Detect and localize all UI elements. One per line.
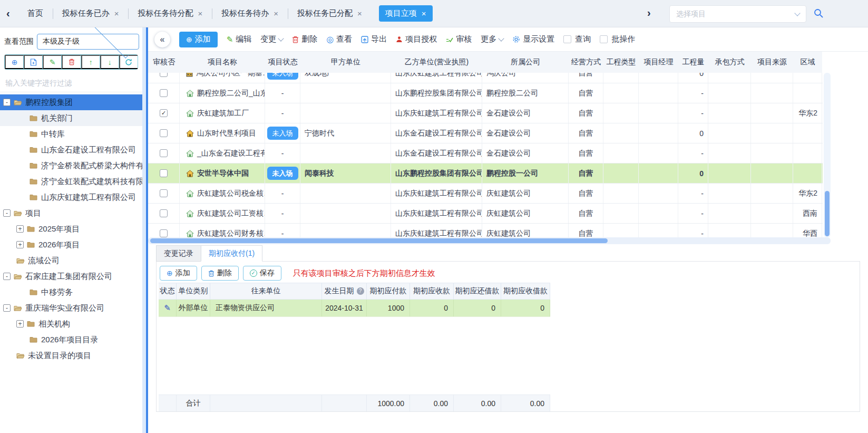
edit-row-pencil-icon[interactable]: ✎ [164,303,171,313]
table-row[interactable]: 安世半导体中国未入场闻泰科技山东鹏程控股集团有限公司鹏程控股一公司自营0 [148,163,823,184]
scope-select[interactable]: 本级及子级 [37,34,139,50]
row-checkbox[interactable] [160,149,168,157]
column-header-13[interactable]: 区域 [793,52,822,73]
column-header-2[interactable]: 项目名称 [180,52,265,73]
add-node-icon[interactable]: ⊕ [5,55,24,69]
project-select[interactable]: 选择项目 [669,5,806,23]
expand-node-icon[interactable]: + [16,241,24,248]
row-checkbox[interactable] [160,89,168,97]
collapse-sidebar-button[interactable]: « [154,32,170,47]
tree-item[interactable]: 中转库 [0,126,142,142]
ob-column-header-5[interactable]: 期初应付款 [367,283,410,299]
row-checkbox[interactable] [160,169,168,177]
audit-button[interactable]: 审核 [446,34,472,44]
table-row[interactable]: 鸿庆公司小区一期基…未入场双成地产山东庆虹建筑工程有限公司鸿庆公司自营0 [148,73,823,83]
edit-node-icon[interactable]: ✎ [43,55,62,69]
tree-item[interactable]: 机关部门 [0,110,142,126]
ob-column-header-3[interactable]: 往来单位 [210,283,322,299]
export-button[interactable]: 导出 [361,34,387,44]
row-checkbox[interactable] [160,189,168,197]
column-header-9[interactable]: 项目经理 [639,52,678,73]
refresh-icon[interactable] [119,55,138,69]
tab-close-icon[interactable]: × [422,9,426,18]
tab-投标任务待分配[interactable]: 投标任务待分配× [128,0,212,27]
add-file-icon[interactable] [24,55,43,69]
tab-投标任务已分配[interactable]: 投标任务已分配× [288,0,372,27]
move-down-icon[interactable]: ↓ [100,55,119,69]
change-button[interactable]: 变更 [260,34,283,44]
tree-item[interactable]: 山东金石建设工程有限公司 [0,142,142,158]
move-up-icon[interactable]: ↑ [81,55,100,69]
table-row[interactable]: 山东时代垦利项目未入场宁德时代山东金石建设工程有限公司金石建设公司自营0 [148,123,823,143]
tree-item[interactable]: -石家庄建工集团有限公司 [0,268,142,284]
tree-item[interactable]: 流域公司 [0,253,142,268]
column-header-8[interactable]: 工程类型 [603,52,639,73]
query-checkbox[interactable] [563,35,571,43]
row-checkbox[interactable] [160,209,168,217]
detail-add-button[interactable]: ⊕添加 [160,266,197,281]
view-button[interactable]: ◎查看 [326,34,352,44]
vertical-scrollbar-thumb[interactable] [825,191,830,236]
row-checkbox[interactable] [160,73,168,77]
table-row[interactable]: ✓庆虹建筑加工厂-山东庆虹建筑工程有限公司金石建设公司自营-华东2 [148,103,823,123]
row-checkbox[interactable] [160,129,168,137]
detail-tab-变更记录[interactable]: 变更记录 [156,245,201,262]
tab-投标任务已办[interactable]: 投标任务已办× [53,0,129,27]
collapse-node-icon[interactable]: - [3,209,11,217]
delete-button[interactable]: 删除 [292,34,317,44]
column-header-10[interactable]: 工程量 [678,52,708,73]
table-row[interactable]: 庆虹建筑公司税金核…-山东庆虹建筑工程有限公司庆虹建筑公司自营-华东2 [148,184,823,204]
delete-node-icon[interactable] [62,55,81,69]
detail-save-button[interactable]: ✓保存 [243,266,281,281]
sidebar-scrollbar[interactable] [142,27,146,433]
vertical-scrollbar[interactable] [824,73,831,237]
edit-button[interactable]: ✎编辑 [227,34,252,44]
tree-item[interactable]: -鹏程控股集团 [0,94,142,110]
table-row[interactable]: 庆虹建筑公司财务核…-山东庆虹建筑工程有限公司庆虹建筑公司自营-华西 [148,224,823,237]
tab-投标任务待办[interactable]: 投标任务待办× [212,0,288,27]
tree-filter-input[interactable]: 输入关键字进行过滤 [0,75,142,92]
detail-delete-button[interactable]: 删除 [201,266,239,281]
tree-item[interactable]: 济宁金虹装配式建筑科技有限公司 [0,174,142,189]
column-header-5[interactable]: 乙方单位(营业执照) [391,52,482,73]
ob-column-header-6[interactable]: 期初应收款 [410,283,454,299]
horizontal-scrollbar[interactable] [148,237,831,244]
tree-item[interactable]: +2026年项目 [0,237,142,253]
opening-balance-row[interactable]: ✎外部单位正泰物资供应公司2024-10-311000000 [159,300,550,317]
tree-item[interactable]: 山东庆虹建筑工程有限公司 [0,189,142,205]
display-settings-button[interactable]: 显示设置 [512,34,554,44]
tree-item[interactable]: -项目 [0,205,142,221]
collapse-node-icon[interactable]: - [3,273,11,280]
tab-项目立项[interactable]: 项目立项× [379,5,433,22]
row-checkbox[interactable] [160,229,168,237]
column-header-6[interactable]: 所属公司 [482,52,569,73]
ob-column-header-8[interactable]: 期初应收借款 [501,283,550,299]
table-row[interactable]: _山东金石建设工程有…-山东金石建设工程有限公司金石建设公司自营- [148,143,823,163]
horizontal-scrollbar-thumb[interactable] [150,238,608,243]
expand-node-icon[interactable]: + [16,320,24,328]
ob-column-header-7[interactable]: 期初应还借款 [454,283,501,299]
column-header-4[interactable]: 甲方单位 [300,52,391,73]
tab-close-icon[interactable]: × [274,9,278,18]
collapse-node-icon[interactable]: - [3,304,11,312]
tab-close-icon[interactable]: × [357,9,362,18]
column-header-7[interactable]: 经营方式 [569,52,603,73]
tabs-scroll-left-icon[interactable]: ‹ [0,7,18,20]
ob-column-header-1[interactable]: 状态 [159,283,177,299]
detail-tab-期初应收付(1)[interactable]: 期初应收付(1) [201,245,262,262]
row-checkbox[interactable]: ✓ [160,109,168,117]
batch-checkbox[interactable] [600,35,608,43]
search-icon[interactable] [813,8,824,20]
tree-item[interactable]: +相关机构 [0,316,142,332]
tabs-scroll-right-icon[interactable]: › [647,7,651,19]
ob-column-header-2[interactable]: 单位类别 [177,283,210,299]
column-header-3[interactable]: 项目状态 [265,52,300,73]
tree-item[interactable]: 济宁金桥装配式桥梁大构件有限公司 [0,158,142,174]
column-header-1[interactable]: 审核否 [148,52,180,73]
tree-item[interactable]: 中移劳务 [0,284,142,300]
tree-item[interactable]: -重庆瑞华实业有限公司 [0,300,142,316]
tree-item[interactable]: 未设置目录的项目 [0,348,142,363]
tree-item[interactable]: +2025年项目 [0,221,142,237]
table-row[interactable]: 鹏程控股二公司_山东…-山东鹏程控股集团有限公司鹏程控股二公司自营- [148,83,823,103]
tree-item[interactable]: 2026年项目目录 [0,332,142,348]
